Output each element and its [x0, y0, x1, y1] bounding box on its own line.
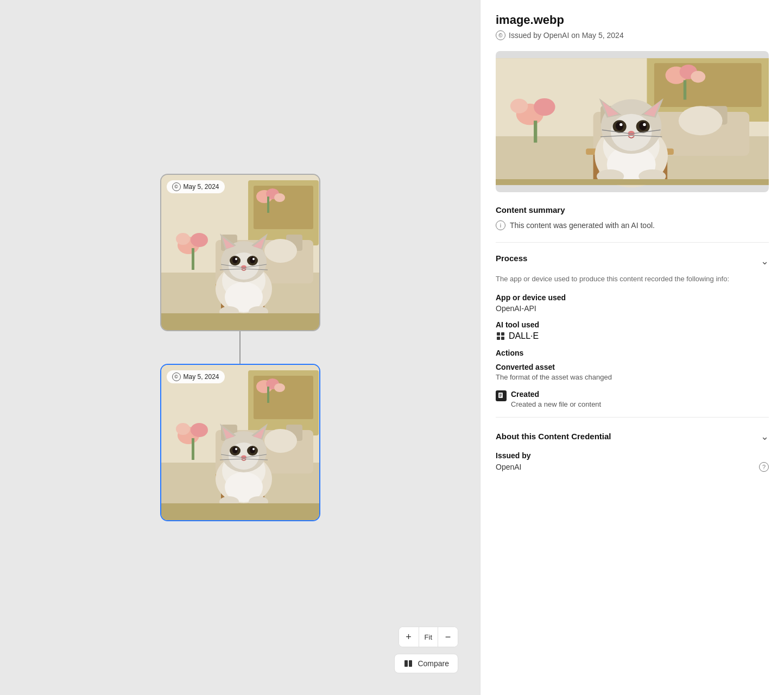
svg-point-48	[274, 383, 285, 392]
top-date-badge: © May 5, 2024	[167, 180, 225, 193]
app-device-label: App or device used	[496, 293, 769, 302]
bottom-date-text: May 5, 2024	[184, 373, 219, 381]
about-chevron-icon[interactable]: ⌄	[761, 431, 769, 443]
compare-button[interactable]: Compare	[394, 654, 458, 673]
svg-rect-129	[501, 332, 504, 336]
svg-rect-7	[267, 197, 269, 213]
issued-cr-icon: ©	[496, 30, 505, 40]
svg-rect-83	[161, 503, 319, 520]
svg-point-73	[250, 447, 255, 453]
content-summary-section: Content summary i This content was gener…	[496, 205, 769, 242]
content-summary-text: This content was generated with an AI to…	[510, 220, 655, 231]
svg-rect-130	[497, 337, 500, 340]
svg-rect-53	[192, 438, 194, 460]
panel-thumbnail	[496, 51, 769, 192]
svg-point-92	[691, 71, 705, 83]
created-file-icon	[496, 390, 507, 401]
converted-asset-desc: The format of the asset was changed	[496, 372, 769, 382]
converted-asset-action: Converted asset The format of the asset …	[496, 363, 769, 382]
process-chevron-icon[interactable]: ⌄	[761, 255, 769, 267]
svg-point-101	[679, 106, 723, 135]
issued-by-row: © Issued by OpenAI on May 5, 2024	[496, 30, 769, 40]
file-title: image.webp	[496, 13, 769, 27]
about-header: About this Content Credential ⌄	[496, 431, 769, 443]
canvas-inner: © May 5, 2024	[160, 174, 320, 521]
top-image-card[interactable]: © May 5, 2024	[160, 174, 320, 331]
ai-tool-label: AI tool used	[496, 320, 769, 329]
divider-2	[496, 417, 769, 418]
process-header: Process ⌄	[496, 254, 769, 268]
svg-point-52	[176, 423, 190, 435]
svg-point-57	[264, 429, 297, 453]
bottom-cat-image	[161, 365, 319, 520]
svg-point-31	[250, 257, 255, 263]
created-desc: Created a new file or content	[511, 400, 601, 409]
svg-point-30	[232, 257, 238, 263]
ai-tool-value-row: DALL·E	[496, 331, 769, 341]
svg-rect-93	[684, 80, 686, 100]
svg-rect-85	[409, 660, 412, 667]
content-summary-row: i This content was generated with an AI …	[496, 220, 769, 231]
process-description: The app or device used to produce this c…	[496, 274, 769, 285]
svg-point-33	[252, 258, 255, 260]
svg-point-119	[643, 123, 646, 126]
process-title: Process	[496, 254, 527, 263]
svg-point-74	[235, 448, 237, 450]
svg-rect-131	[501, 337, 504, 340]
svg-point-118	[619, 123, 622, 126]
svg-rect-97	[534, 121, 537, 142]
question-mark-icon[interactable]: ?	[759, 462, 769, 472]
app-device-value: OpenAI-API	[496, 304, 769, 313]
svg-rect-84	[404, 660, 408, 667]
bottom-controls: + Fit − Compare	[394, 627, 458, 673]
top-date-text: May 5, 2024	[184, 183, 219, 191]
bottom-cr-icon: ©	[172, 372, 181, 381]
canvas-area: © May 5, 2024	[0, 0, 480, 695]
converted-asset-title: Converted asset	[496, 363, 769, 371]
bottom-image-card[interactable]: © May 5, 2024	[160, 364, 320, 521]
bottom-date-badge: © May 5, 2024	[167, 370, 225, 383]
svg-point-96	[510, 99, 528, 113]
ai-tool-value: DALL·E	[509, 331, 539, 341]
svg-point-72	[232, 447, 238, 453]
top-cr-icon: ©	[172, 182, 181, 191]
svg-rect-11	[192, 248, 194, 270]
right-panel: image.webp © Issued by OpenAI on May 5, …	[480, 0, 784, 695]
process-section: Process ⌄ The app or device used to prod…	[496, 254, 769, 417]
svg-rect-41	[161, 313, 319, 330]
compare-icon	[403, 659, 413, 668]
connector-line	[239, 331, 241, 364]
about-title: About this Content Credential	[496, 431, 611, 442]
created-action: Created Created a new file or content	[496, 390, 769, 409]
svg-rect-128	[497, 332, 500, 336]
content-summary-title: Content summary	[496, 205, 769, 214]
svg-rect-49	[267, 387, 269, 403]
top-cat-image	[161, 175, 319, 330]
about-section: About this Content Credential ⌄ Issued b…	[496, 428, 769, 472]
about-issued-by-value: OpenAI	[496, 463, 521, 471]
about-issued-by-value-row: OpenAI ?	[496, 462, 769, 472]
info-icon: i	[496, 220, 505, 230]
svg-point-9	[191, 233, 208, 247]
svg-point-6	[274, 193, 285, 202]
svg-point-10	[176, 233, 190, 245]
about-issued-by-label: Issued by	[496, 451, 769, 460]
zoom-controls: + Fit −	[399, 627, 458, 647]
divider-1	[496, 242, 769, 243]
svg-rect-127	[496, 179, 769, 185]
svg-point-51	[191, 423, 208, 437]
issued-by-text: Issued by OpenAI on May 5, 2024	[509, 31, 624, 40]
svg-point-15	[264, 239, 297, 263]
created-title: Created	[511, 390, 601, 399]
zoom-in-button[interactable]: +	[399, 627, 419, 647]
zoom-out-button[interactable]: −	[438, 627, 458, 647]
svg-point-95	[534, 98, 555, 116]
created-action-text: Created Created a new file or content	[511, 390, 601, 409]
svg-point-117	[639, 122, 647, 130]
svg-point-116	[616, 122, 623, 130]
dalle-icon	[496, 331, 505, 341]
zoom-fit-label: Fit	[419, 627, 438, 647]
compare-label: Compare	[418, 659, 449, 668]
svg-point-32	[235, 258, 237, 260]
actions-label: Actions	[496, 349, 769, 357]
